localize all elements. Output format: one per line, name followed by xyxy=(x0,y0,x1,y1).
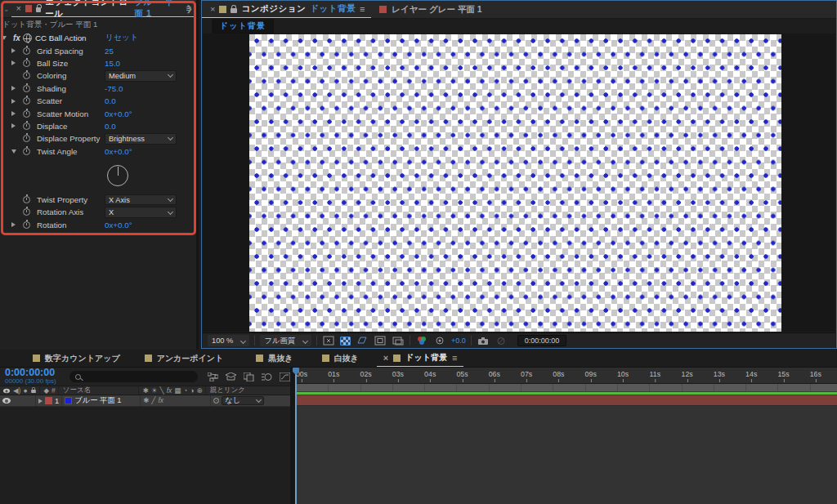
tab-layer-name: ブルー 平面 1 xyxy=(135,0,182,20)
search-input[interactable] xyxy=(69,371,198,382)
layer-duration-bar[interactable] xyxy=(296,395,837,406)
preview-timecode[interactable]: 0:00:00:00 xyxy=(517,335,567,346)
property-value[interactable]: 0x+0.0° xyxy=(105,109,132,118)
shy-icon: ✱ xyxy=(143,387,149,395)
stopwatch-icon[interactable] xyxy=(23,123,37,130)
source-name-header[interactable]: ソース名 xyxy=(60,386,139,395)
selection-preview-icon[interactable] xyxy=(322,336,335,346)
stopwatch-icon[interactable] xyxy=(23,72,37,79)
exposure-icon[interactable] xyxy=(433,336,446,346)
mask-visibility-icon[interactable] xyxy=(356,336,369,346)
frame-blend-icon[interactable] xyxy=(244,372,254,381)
layer-color-label[interactable] xyxy=(45,397,52,404)
current-timecode[interactable]: 0:00:00:00 xyxy=(5,368,69,377)
property-value[interactable]: 0x+0.0° xyxy=(105,147,132,156)
stopwatch-icon[interactable] xyxy=(23,208,37,216)
coloring-dropdown[interactable]: Medium xyxy=(105,70,177,82)
twirl-right-icon[interactable] xyxy=(11,222,23,227)
stopwatch-icon[interactable] xyxy=(23,97,37,105)
stopwatch-icon[interactable] xyxy=(23,47,37,55)
composition-viewer[interactable] xyxy=(203,33,835,332)
panel-menu-icon[interactable]: ≡ xyxy=(360,4,365,14)
lock-icon[interactable] xyxy=(36,7,42,12)
tab-comp-1[interactable]: 数字カウントアップ xyxy=(33,353,120,364)
region-of-interest-icon[interactable] xyxy=(374,336,387,346)
stopwatch-icon[interactable] xyxy=(23,85,37,92)
dot-pattern-canvas[interactable] xyxy=(249,34,781,332)
magnification-dropdown[interactable]: 100 % xyxy=(208,335,249,346)
angle-dial[interactable] xyxy=(107,165,128,186)
timeline-left-pane: 0:00:00:00 00000 (30.00 fps) ◀) xyxy=(0,368,290,504)
layer-row[interactable]: 1 ブルー 平面 1 ✱ ╱ fx なし xyxy=(0,395,290,407)
tab-comp-active[interactable]: × ドット背景 ≡ xyxy=(377,350,464,367)
motion-blur-icon[interactable] xyxy=(262,372,272,381)
twirl-down-icon[interactable] xyxy=(11,149,23,154)
close-icon[interactable]: × xyxy=(383,353,388,363)
parent-dropdown[interactable]: なし xyxy=(222,396,264,405)
close-icon[interactable]: × xyxy=(16,3,21,13)
reset-link[interactable]: リセット xyxy=(105,33,138,43)
breadcrumb[interactable]: ドット背景 xyxy=(212,19,274,33)
lock-icon[interactable] xyxy=(231,8,237,13)
property-value[interactable]: 0x+0.0° xyxy=(105,221,132,230)
tab-layer-viewer[interactable]: レイヤー グレー 平面 1 xyxy=(371,4,490,16)
quality-icon[interactable]: ╱ xyxy=(151,397,155,404)
twirl-right-icon[interactable] xyxy=(11,111,23,116)
tab-comp-2[interactable]: アンカーポイント xyxy=(145,353,224,364)
stopwatch-icon[interactable] xyxy=(23,135,37,142)
twirl-right-icon[interactable] xyxy=(11,86,23,91)
stopwatch-icon[interactable] xyxy=(23,110,37,118)
twirl-right-icon[interactable] xyxy=(11,99,23,104)
property-value[interactable]: 25 xyxy=(105,47,114,56)
property-value[interactable]: 0.0 xyxy=(105,96,116,105)
stopwatch-icon[interactable] xyxy=(23,221,37,229)
shy-icon[interactable]: ✱ xyxy=(143,397,149,404)
twirl-right-icon[interactable] xyxy=(11,123,23,128)
exposure-value[interactable]: +0.0 xyxy=(451,337,466,345)
displace-property-dropdown[interactable]: Brightness xyxy=(105,133,177,145)
rotation-axis-dropdown[interactable]: X xyxy=(105,207,177,218)
pixel-aspect-icon[interactable] xyxy=(392,336,405,346)
transparency-grid-icon[interactable] xyxy=(340,337,351,346)
tab-effect-controls[interactable]: × エフェクトコントロール ブルー 平面 1 ≡ xyxy=(11,0,196,17)
chevron-down-icon xyxy=(168,72,173,78)
tab-comp-4[interactable]: 白抜き xyxy=(322,353,359,364)
twirl-right-icon[interactable] xyxy=(11,60,23,65)
show-snapshot-icon[interactable] xyxy=(495,336,508,346)
effect-header-row[interactable]: fx CC Ball Action リセット xyxy=(0,32,196,44)
stopwatch-icon[interactable] xyxy=(23,196,37,203)
twist-property-dropdown[interactable]: X Axis xyxy=(105,194,177,206)
close-icon[interactable]: × xyxy=(210,4,215,14)
pickwhip-icon[interactable] xyxy=(213,398,219,404)
tab-composition[interactable]: × コンポジション ドット背景 ≡ xyxy=(202,1,371,18)
tab-overflow-icon[interactable]: ❯ xyxy=(186,4,193,13)
layer-switches-cell[interactable]: ✱ ╱ fx xyxy=(141,395,211,406)
fx-icon[interactable]: fx xyxy=(158,397,163,404)
draft-3d-icon[interactable] xyxy=(226,372,236,381)
work-area-bar[interactable] xyxy=(296,384,837,392)
layer-name-cell[interactable]: ブルー 平面 1 xyxy=(62,395,141,406)
eye-icon[interactable] xyxy=(2,398,11,404)
property-value[interactable]: 15.0 xyxy=(105,59,120,68)
panel-menu-icon[interactable]: ≡ xyxy=(452,353,457,363)
playhead[interactable] xyxy=(295,368,297,504)
comp-color-square xyxy=(145,355,152,362)
stopwatch-icon[interactable] xyxy=(23,60,37,67)
channel-icon[interactable] xyxy=(415,336,428,346)
panel-chevron-icon[interactable]: ⌄ xyxy=(3,5,10,13)
fx-badge-icon[interactable]: fx xyxy=(13,33,20,42)
property-value[interactable]: 0.0 xyxy=(105,122,116,131)
snapshot-camera-icon[interactable] xyxy=(477,336,490,346)
mini-flowchart-icon[interactable] xyxy=(208,372,218,381)
resolution-dropdown[interactable]: フル画質 xyxy=(260,335,311,346)
graph-editor-icon[interactable] xyxy=(280,372,290,381)
timeline-ruler[interactable]: 00s01s02s03s04s05s06s07s08s09s10s11s12s1… xyxy=(296,368,837,384)
twirl-right-icon[interactable] xyxy=(38,399,43,404)
stopwatch-icon[interactable] xyxy=(23,148,37,155)
tab-comp-3[interactable]: 黒抜き xyxy=(256,353,293,364)
property-value[interactable]: -75.0 xyxy=(105,84,123,93)
ruler-label: 10s xyxy=(617,370,629,378)
chevron-down-icon xyxy=(302,337,308,343)
twirl-right-icon[interactable] xyxy=(11,48,23,53)
twirl-down-icon[interactable] xyxy=(2,36,13,40)
